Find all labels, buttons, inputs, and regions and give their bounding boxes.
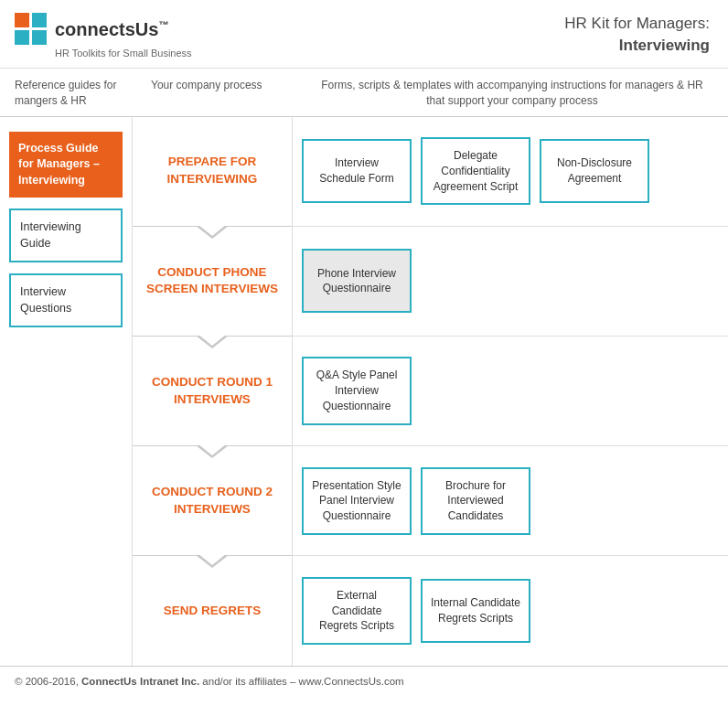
form-card-qa-panel[interactable]: Q&A Style Panel Interview Questionnaire: [302, 357, 412, 424]
svg-rect-1: [32, 13, 47, 27]
sidebar-item-process-guide[interactable]: Process Guide for Managers – Interviewin…: [9, 132, 123, 198]
forms-row-prepare: Interview Schedule Form Delegate Confide…: [293, 117, 728, 227]
arrow-down-2: [196, 336, 229, 348]
header-title: HR Kit for Managers:Interviewing: [564, 13, 710, 57]
form-card-internal-regrets[interactable]: Internal Candidate Regrets Scripts: [421, 579, 530, 643]
arrow-down-3: [196, 445, 229, 458]
form-card-external-regrets[interactable]: External Candidate Regrets Scripts: [302, 577, 412, 645]
form-card-phone-questionnaire[interactable]: Phone Interview Questionnaire: [302, 249, 412, 313]
forms-row-round2: Presentation Style Panel Interview Quest…: [293, 446, 728, 556]
col-ref-header: Reference guides for mangers & HR: [0, 78, 133, 109]
forms-column: Interview Schedule Form Delegate Confide…: [293, 117, 728, 666]
process-column: PREPARE FOR INTERVIEWING CONDUCT PHONE S…: [133, 117, 293, 666]
logo-sub: HR Toolkits for Small Business: [55, 48, 192, 59]
form-card-presentation-panel[interactable]: Presentation Style Panel Interview Quest…: [302, 467, 412, 535]
column-headers: Reference guides for mangers & HR Your c…: [0, 69, 728, 117]
logo-icon: [15, 13, 48, 46]
svg-rect-3: [32, 30, 47, 45]
forms-row-regrets: External Candidate Regrets Scripts Inter…: [293, 556, 728, 665]
arrow-down-4: [196, 555, 229, 568]
process-row-prepare: PREPARE FOR INTERVIEWING: [133, 117, 292, 227]
form-card-nda[interactable]: Non-Disclosure Agreement: [540, 139, 649, 203]
footer-company: ConnectUs Intranet Inc.: [81, 676, 199, 687]
arrow-down-1: [196, 226, 229, 239]
forms-row-phone: Phone Interview Questionnaire: [293, 227, 728, 337]
sidebar-item-interviewing-guide[interactable]: Interviewing Guide: [9, 208, 123, 262]
svg-rect-2: [15, 30, 29, 45]
footer: © 2006-2016, ConnectUs Intranet Inc. and…: [0, 666, 728, 696]
sidebar: Process Guide for Managers – Interviewin…: [0, 117, 133, 666]
form-card-delegate-confidentiality[interactable]: Delegate Confidentiality Agreement Scrip…: [421, 137, 530, 205]
logo-top: connectsUs™: [15, 13, 192, 46]
svg-rect-0: [15, 13, 29, 27]
main-content: Process Guide for Managers – Interviewin…: [0, 117, 728, 666]
process-row-regrets: SEND REGRETS: [133, 556, 292, 665]
logo-tm: ™: [158, 19, 168, 30]
sidebar-item-interview-questions[interactable]: Interview Questions: [9, 273, 123, 327]
header: connectsUs™ HR Toolkits for Small Busine…: [0, 0, 728, 69]
process-row-phone: CONDUCT PHONE SCREEN INTERVIEWS: [133, 227, 292, 337]
form-card-interview-schedule[interactable]: Interview Schedule Form: [302, 139, 412, 203]
form-card-brochure[interactable]: Brochure for Interviewed Candidates: [421, 467, 530, 535]
col-process-header: Your company process: [133, 78, 293, 109]
forms-row-round1: Q&A Style Panel Interview Questionnaire: [293, 337, 728, 446]
logo-area: connectsUs™ HR Toolkits for Small Busine…: [15, 13, 192, 59]
col-forms-header: Forms, scripts & templates with accompan…: [293, 78, 728, 109]
process-row-round1: CONDUCT ROUND 1 INTERVIEWS: [133, 337, 292, 446]
process-row-round2: CONDUCT ROUND 2 INTERVIEWS: [133, 446, 292, 556]
logo-text: connectsUs™: [55, 19, 168, 40]
